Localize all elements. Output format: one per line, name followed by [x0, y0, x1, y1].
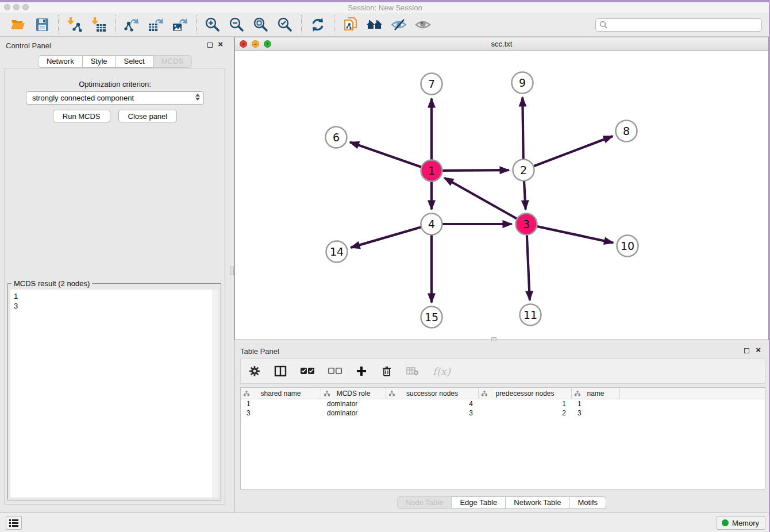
node-table-body: 1dominator4113dominator323 — [241, 399, 765, 418]
status-menu-button[interactable] — [6, 516, 22, 530]
toolbar-separator — [196, 15, 197, 34]
criterion-select[interactable]: strongly connected component — [26, 91, 204, 105]
graph-edge-1-6[interactable] — [350, 142, 432, 171]
zoom-selected-icon[interactable] — [276, 16, 294, 34]
graph-node-11[interactable]: 11 — [520, 304, 541, 326]
run-mcds-button[interactable]: Run MCDS — [53, 110, 110, 122]
add-column-icon[interactable] — [356, 365, 367, 377]
memory-button[interactable]: Memory — [717, 516, 765, 530]
table-cell-name[interactable]: 1 — [572, 399, 620, 408]
svg-text:15: 15 — [425, 311, 438, 323]
graph-edge-1-2[interactable] — [432, 170, 509, 171]
deselect-all-checkboxes-icon[interactable] — [328, 367, 342, 375]
svg-text:11: 11 — [523, 309, 537, 321]
zoom-fit-icon[interactable] — [252, 16, 270, 34]
tab-style[interactable]: Style — [83, 55, 116, 68]
column-header-MCDS-role[interactable]: MCDS role — [321, 388, 386, 399]
svg-text:8: 8 — [623, 125, 630, 137]
tab-edge-table[interactable]: Edge Table — [452, 496, 506, 509]
column-header-predecessor-nodes[interactable]: predecessor nodes — [479, 388, 572, 399]
table-cell-successor_nodes[interactable]: 4 — [386, 399, 479, 408]
graph-edge-2-8[interactable] — [523, 136, 613, 170]
zoom-in-icon[interactable] — [203, 16, 222, 34]
result-scrollbar[interactable] — [213, 290, 218, 498]
graph-edge-4-14[interactable] — [351, 224, 432, 248]
network-canvas[interactable]: 1234678910111415 — [235, 51, 768, 340]
import-network-icon[interactable] — [66, 16, 84, 34]
control-panel-tabs: NetworkStyleSelectMCDS — [0, 55, 230, 68]
graph-node-10[interactable]: 10 — [617, 236, 638, 257]
graph-node-8[interactable]: 8 — [616, 121, 637, 142]
hide-eye-icon[interactable] — [390, 16, 408, 34]
table-cell-predecessor_nodes[interactable]: 1 — [479, 399, 572, 408]
close-table-panel-icon[interactable]: × — [756, 345, 761, 355]
graph-node-4[interactable]: 4 — [421, 214, 442, 235]
table-panel-tabs: Node TableEdge TableNetwork TableMotifs — [234, 496, 769, 509]
search-input[interactable] — [608, 20, 761, 30]
export-table-icon[interactable] — [147, 16, 165, 34]
table-cell-predecessor_nodes[interactable]: 2 — [479, 408, 572, 418]
tab-select[interactable]: Select — [116, 55, 153, 68]
float-panel-icon[interactable] — [207, 43, 213, 48]
float-table-panel-icon[interactable] — [744, 348, 749, 353]
splitter-handle[interactable] — [230, 267, 234, 275]
memory-status-dot — [722, 519, 729, 526]
svg-text:10: 10 — [621, 240, 634, 252]
mcds-result-area[interactable]: 1 3 — [10, 290, 218, 498]
column-header-successor-nodes[interactable]: successor nodes — [386, 388, 479, 399]
main-toolbar — [0, 13, 770, 37]
graph-node-14[interactable]: 14 — [326, 241, 348, 263]
home-icon[interactable] — [365, 16, 384, 34]
network-window-titlebar[interactable]: × − + scc.txt — [235, 37, 768, 51]
graph-edge-3-1[interactable] — [444, 178, 526, 224]
svg-text:3: 3 — [523, 218, 530, 230]
fx-label: f(x) — [433, 365, 451, 377]
column-layout-icon[interactable] — [274, 365, 287, 377]
column-header-shared-name[interactable]: shared name — [241, 388, 321, 399]
duplicate-network-icon[interactable] — [341, 16, 360, 34]
graph-node-6[interactable]: 6 — [326, 127, 347, 148]
search-icon — [599, 21, 608, 29]
tab-motifs[interactable]: Motifs — [569, 496, 606, 509]
table-cell-mcds_role[interactable]: dominator — [321, 399, 386, 408]
graph-node-2[interactable]: 2 — [513, 160, 534, 181]
tab-network[interactable]: Network — [38, 55, 83, 68]
table-row[interactable]: 3dominator323 — [241, 408, 765, 418]
graph-edge-3-10[interactable] — [526, 224, 613, 243]
graph-node-3[interactable]: 3 — [516, 214, 537, 235]
horizontal-splitter-handle[interactable] — [491, 337, 496, 341]
show-eye-icon[interactable] — [414, 16, 432, 34]
table-cell-name[interactable]: 3 — [572, 408, 620, 418]
table-settings-icon[interactable] — [249, 365, 260, 377]
tab-node-table[interactable]: Node Table — [397, 496, 452, 509]
import-table-icon[interactable] — [90, 16, 108, 34]
close-panel-button[interactable]: Close panel — [118, 110, 178, 122]
table-cell-mcds_role[interactable]: dominator — [321, 408, 386, 418]
search-box[interactable] — [595, 18, 762, 32]
node-table-header: shared nameMCDS rolesuccessor nodesprede… — [241, 388, 765, 399]
table-cell-shared_name[interactable]: 3 — [241, 408, 321, 418]
tab-mcds[interactable]: MCDS — [153, 55, 192, 68]
graph-edge-3-11[interactable] — [526, 224, 530, 300]
export-network-icon[interactable] — [122, 16, 141, 34]
graph-node-7[interactable]: 7 — [421, 74, 442, 95]
table-row[interactable]: 1dominator411 — [241, 399, 765, 408]
zoom-out-icon[interactable] — [228, 16, 246, 34]
graph-node-15[interactable]: 15 — [421, 307, 442, 328]
apply-layout-icon[interactable] — [309, 16, 327, 34]
delete-column-icon[interactable] — [381, 365, 392, 377]
graph-node-9[interactable]: 9 — [512, 72, 533, 94]
table-cell-successor_nodes[interactable]: 3 — [386, 408, 479, 418]
vertical-splitter[interactable] — [230, 37, 234, 512]
open-session-icon[interactable] — [9, 16, 27, 34]
function-builder-icon: f(x) — [433, 365, 451, 377]
select-all-checkboxes-icon[interactable] — [301, 367, 314, 375]
tab-network-table[interactable]: Network Table — [506, 496, 569, 509]
close-panel-icon[interactable]: × — [218, 39, 223, 49]
export-image-icon[interactable] — [171, 16, 189, 34]
column-header-name[interactable]: name — [572, 388, 620, 399]
node-table[interactable]: shared nameMCDS rolesuccessor nodesprede… — [240, 387, 765, 489]
table-cell-shared_name[interactable]: 1 — [241, 399, 321, 408]
save-session-icon[interactable] — [33, 16, 51, 34]
graph-node-1[interactable]: 1 — [421, 160, 442, 182]
